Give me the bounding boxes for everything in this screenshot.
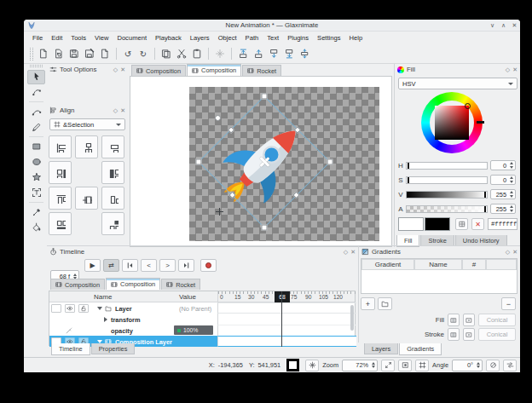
copy-button[interactable] [159,46,174,61]
menu-help[interactable]: Help [345,32,367,44]
visibility-cell[interactable] [65,304,75,313]
play-button[interactable]: ▶ [84,259,101,272]
panel-float-button[interactable]: ◇ [506,66,510,72]
next-frame-button[interactable]: > [159,259,176,272]
align-outside-right-button[interactable] [101,161,124,184]
fill-conical-gradient-button[interactable]: Conical [478,314,516,326]
panel-close-button[interactable]: ✕ [512,66,518,72]
current-frame-indicator[interactable]: 68 [275,291,290,302]
menu-layers[interactable]: Layers [186,32,214,44]
menu-object[interactable]: Object [214,32,241,44]
panel-close-button[interactable]: ✕ [512,249,518,255]
lock-cell[interactable] [78,304,89,313]
frame-view-button[interactable] [415,360,429,371]
toggle-cell[interactable] [51,304,61,313]
selection-handle[interactable] [262,225,268,231]
menu-document[interactable]: Document [113,32,151,44]
tab-rocket[interactable]: Rocket [242,65,281,76]
keyframe-track[interactable] [217,325,356,336]
h-slider[interactable] [406,162,488,170]
menu-playback[interactable]: Playback [151,32,186,44]
angle-spinbox[interactable]: 0° [452,360,483,371]
toolbar-handle[interactable] [30,48,33,60]
cut-button[interactable] [174,46,189,61]
tool-rectangle[interactable] [27,140,45,154]
panel-close-button[interactable]: ✕ [120,107,125,113]
zoom-spinbox[interactable]: 72% [342,360,378,371]
timeline-ruler[interactable]: 0 15 30 45 75 90 105 120 68 [217,291,356,302]
align-bottom-button[interactable] [101,187,124,210]
titlebar[interactable]: New Animation * — Glaxnimate ∨ ∧ ✕ [24,20,520,32]
hex-color-field[interactable]: #ffffff [488,218,518,230]
menu-settings[interactable]: Settings [313,32,344,44]
align-top-button[interactable] [49,187,72,210]
count-column-header[interactable]: # [462,259,486,270]
fill-linear-gradient-button[interactable] [448,314,460,326]
s-spinbox[interactable]: 0 [490,175,516,185]
layer-row[interactable]: Layer (No Parent) [49,302,355,314]
paste-button[interactable] [189,46,205,61]
panel-close-button[interactable]: ✕ [350,249,356,255]
align-vcenter-button[interactable] [75,187,98,210]
current-color-indicator[interactable] [286,359,299,371]
align-left-button[interactable] [49,135,72,158]
stroke-linear-gradient-button[interactable] [448,328,460,341]
align-outside-bottom-button[interactable] [101,212,124,235]
colorspace-select[interactable]: HSV [398,78,518,89]
undo-button[interactable]: ↺ [120,46,136,61]
align-hcenter-anchor-button[interactable] [75,135,98,158]
name-column-header[interactable]: Name [414,259,462,270]
toolbox-handle[interactable] [30,65,43,67]
expander-icon[interactable] [97,307,102,310]
previous-frame-button[interactable]: < [141,259,157,272]
selection-handle[interactable] [262,93,268,99]
name-column-header[interactable]: Name [94,293,112,301]
timeline-scrollbar[interactable] [350,305,354,331]
menu-edit[interactable]: Edit [47,32,66,44]
redo-button[interactable]: ↻ [136,46,151,61]
selection-edge-handle[interactable] [228,126,234,133]
menu-file[interactable]: File [28,32,47,44]
tab-properties[interactable]: Properties [91,343,136,354]
go-to-start-button[interactable] [122,259,138,272]
secondary-color-swatch[interactable] [425,217,450,231]
timeline-tab-composition-2[interactable]: Composition [106,278,160,290]
align-relative-to-select[interactable]: &Selection [49,118,125,130]
timeline-tab-composition-1[interactable]: Composition [50,279,105,290]
primary-color-swatch[interactable] [398,217,424,231]
h-spinbox[interactable]: 0 [490,160,516,170]
timeline-tab-rocket[interactable]: Rocket [161,279,200,290]
tool-draw-freehand[interactable] [27,120,45,135]
fill-radial-gradient-button[interactable] [463,314,475,326]
tool-star[interactable] [27,170,45,185]
add-gradient-button[interactable]: + [361,297,375,310]
keyframe-track[interactable] [217,302,356,314]
tool-ellipse[interactable] [27,155,45,170]
tool-color-picker[interactable] [27,205,45,220]
remove-gradient-button[interactable]: − [501,297,516,310]
group-button[interactable] [212,46,228,61]
menu-text[interactable]: Text [263,32,283,44]
tab-layers[interactable]: Layers [364,343,398,354]
playhead[interactable] [281,291,282,347]
save-button[interactable] [66,46,82,61]
menu-view[interactable]: View [90,32,113,44]
keyframe-track[interactable] [217,314,356,325]
v-slider[interactable] [406,191,488,199]
hue-marker[interactable] [465,103,471,109]
tab-gradients[interactable]: Gradients [399,343,442,355]
save-as-button[interactable] [82,46,97,61]
tab-composition-2[interactable]: Composition [187,64,241,76]
palette-button[interactable] [455,218,468,230]
opacity-row[interactable]: opacity 100% [49,325,355,336]
stroke-radial-gradient-button[interactable] [463,328,475,341]
tab-timeline[interactable]: Timeline [51,343,90,355]
menu-path[interactable]: Path [241,32,263,44]
move-handle-icon[interactable] [258,156,270,168]
tab-composition-1[interactable]: Composition [131,65,186,76]
panel-float-button[interactable]: ◇ [113,107,118,113]
record-button[interactable] [200,259,217,272]
stretch-time-button[interactable] [297,46,312,61]
menu-plugins[interactable]: Plugins [283,32,313,44]
align-outside-top-button[interactable] [49,212,72,235]
